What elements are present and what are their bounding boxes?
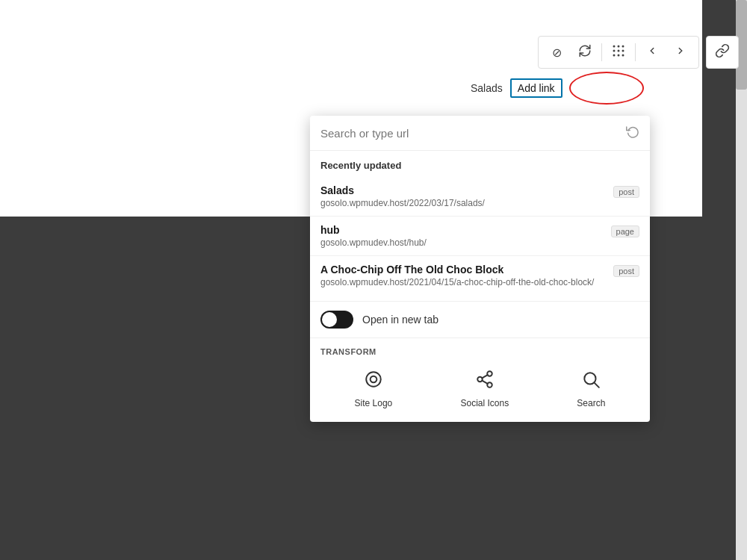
- transform-site-logo[interactable]: Site Logo: [343, 365, 405, 413]
- link-icon: [715, 43, 730, 62]
- replace-button[interactable]: [571, 39, 598, 66]
- svg-point-4: [618, 50, 620, 52]
- link-popup: Recently updated Salads gosolo.wpmudev.h…: [310, 116, 650, 422]
- transform-items: Site Logo Social Icons: [320, 365, 639, 413]
- svg-point-6: [613, 55, 616, 57]
- toggle-track: [320, 311, 353, 329]
- new-tab-label: Open in new tab: [362, 314, 438, 326]
- result-title: hub: [320, 224, 604, 236]
- svg-line-14: [482, 381, 487, 384]
- svg-line-17: [595, 383, 599, 388]
- toolbar-divider-2: [635, 43, 636, 61]
- chevron-left-icon: [647, 46, 657, 59]
- svg-point-5: [622, 50, 624, 52]
- transform-section: TRANSFORM Site Logo: [310, 337, 650, 422]
- result-badge: post: [613, 186, 639, 198]
- scrollbar-track[interactable]: [736, 0, 747, 560]
- add-link-button[interactable]: Add link: [510, 78, 562, 98]
- list-item[interactable]: hub gosolo.wpmudev.host/hub/ page: [310, 217, 650, 256]
- toolbar-divider: [601, 43, 602, 61]
- search-label: Search: [577, 398, 605, 408]
- transform-search[interactable]: Search: [565, 365, 617, 413]
- result-info: hub gosolo.wpmudev.host/hub/: [320, 224, 604, 248]
- result-info: Salads gosolo.wpmudev.host/2022/03/17/sa…: [320, 184, 606, 208]
- search-row: [310, 116, 650, 151]
- grid-icon: [613, 45, 624, 60]
- no-symbol-icon: ⊘: [552, 46, 562, 60]
- breadcrumb-current: Salads: [471, 82, 503, 94]
- result-badge: page: [611, 225, 639, 237]
- social-icons-icon: [475, 370, 495, 393]
- svg-point-8: [622, 55, 624, 57]
- result-url: gosolo.wpmudev.host/hub/: [320, 237, 604, 248]
- grid-button[interactable]: [605, 39, 632, 66]
- new-tab-toggle[interactable]: [320, 311, 353, 329]
- site-logo-icon: [364, 370, 383, 393]
- svg-point-10: [371, 376, 377, 383]
- result-url: gosolo.wpmudev.host/2021/04/15/a-choc-ch…: [320, 277, 606, 287]
- result-badge: post: [613, 265, 639, 277]
- result-title: Salads: [320, 184, 606, 196]
- svg-point-7: [618, 55, 620, 57]
- reset-button[interactable]: [626, 125, 639, 141]
- search-icon: [581, 370, 601, 393]
- next-button[interactable]: [667, 39, 694, 66]
- results-list[interactable]: Salads gosolo.wpmudev.host/2022/03/17/sa…: [310, 171, 650, 301]
- reset-icon: [626, 125, 639, 141]
- svg-point-1: [618, 46, 620, 48]
- result-info: A Choc-Chip Off The Old Choc Block gosol…: [320, 264, 606, 287]
- recently-updated-label: Recently updated: [310, 151, 650, 171]
- chevron-right-icon: [675, 46, 686, 59]
- site-logo-label: Site Logo: [355, 398, 393, 408]
- replace-icon: [578, 44, 592, 60]
- search-input[interactable]: [320, 127, 620, 140]
- toolbar: ⊘: [538, 36, 699, 69]
- transform-label: TRANSFORM: [320, 347, 639, 356]
- result-url: gosolo.wpmudev.host/2022/03/17/salads/: [320, 198, 606, 208]
- svg-point-3: [613, 50, 616, 52]
- transform-social-icons[interactable]: Social Icons: [448, 365, 521, 413]
- svg-point-0: [613, 46, 616, 48]
- svg-point-9: [366, 372, 381, 387]
- toggle-thumb: [322, 312, 337, 327]
- list-item[interactable]: A Choc-Chip Off The Old Choc Block gosol…: [310, 256, 650, 295]
- link-standalone-button[interactable]: [706, 36, 739, 69]
- svg-line-15: [482, 375, 487, 378]
- social-icons-label: Social Icons: [460, 398, 509, 408]
- list-item[interactable]: Salads gosolo.wpmudev.host/2022/03/17/sa…: [310, 177, 650, 217]
- result-title: A Choc-Chip Off The Old Choc Block: [320, 264, 606, 276]
- prev-button[interactable]: [639, 39, 666, 66]
- svg-point-2: [622, 46, 624, 48]
- breadcrumb: Salads Add link: [471, 78, 562, 98]
- no-symbol-button[interactable]: ⊘: [543, 39, 570, 66]
- new-tab-row: Open in new tab: [310, 301, 650, 337]
